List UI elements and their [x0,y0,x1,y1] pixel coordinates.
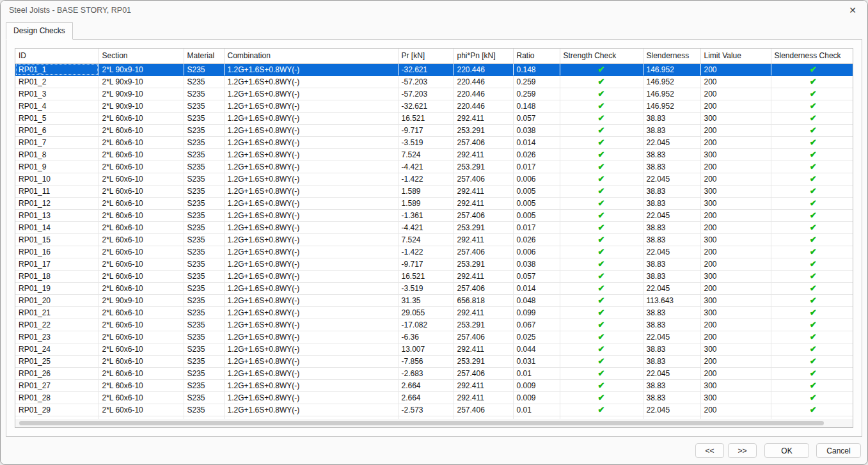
table-row[interactable]: RP01_282*L 60x6-10S2351.2G+1.6S+0.8WY(-)… [15,391,853,404]
tab-design-checks[interactable]: Design Checks [6,22,73,40]
cell-material: S235 [184,136,224,148]
slenderness_check-pass-icon: ✔ [771,173,853,185]
cell-combination: 1.2G+1.6S+0.8WY(-) [224,282,398,294]
cell-combination: 1.2G+1.6S+0.8WY(-) [224,221,398,233]
table-row[interactable]: RP01_222*L 60x6-10S2351.2G+1.6S+0.8WY(-)… [15,319,853,331]
slenderness_check-pass-icon: ✔ [771,404,853,416]
column-header-id[interactable]: ID [15,49,99,63]
cell-section: 2*L 60x6-10 [99,306,184,319]
cell-material: S235 [184,63,224,75]
cell-phipn: 257.406 [454,246,513,258]
table-row[interactable]: RP01_72*L 60x6-10S2351.2G+1.6S+0.8WY(-)-… [15,136,853,148]
table-row[interactable]: RP01_252*L 60x6-10S2351.2G+1.6S+0.8WY(-)… [15,355,853,367]
cell-combination: 1.2G+1.6S+0.8WY(-) [224,319,398,331]
cell-ratio: 0.038 [513,258,560,270]
cell-ratio: 0.014 [513,282,560,294]
cell-slenderness: 38.83 [643,197,700,209]
strength_check-pass-icon: ✔ [560,233,643,246]
cell-slenderness: 38.83 [643,343,700,355]
table-row[interactable]: RP01_292*L 60x6-10S2351.2G+1.6S+0.8WY(-)… [15,404,853,416]
table-row[interactable]: RP01_192*L 60x6-10S2351.2G+1.6S+0.8WY(-)… [15,282,853,294]
column-header-phipn[interactable]: phi*Pn [kN] [454,49,513,63]
cell-limit_value: 300 [700,112,771,124]
table-row[interactable]: RP01_232*L 60x6-10S2351.2G+1.6S+0.8WY(-)… [15,331,853,343]
cell-section: 2*L 60x6-10 [99,367,184,379]
column-header-pr[interactable]: Pr [kN] [398,49,454,63]
table-row[interactable]: RP01_152*L 60x6-10S2351.2G+1.6S+0.8WY(-)… [15,233,853,246]
next-group-button[interactable]: >> [728,443,757,458]
table-row[interactable]: RP01_202*L 90x9-10S2351.2G+1.6S+0.8WY(-)… [15,294,853,306]
strength_check-pass-icon: ✔ [560,136,643,148]
cell-ratio: 0.017 [513,161,560,173]
cell-limit_value: 300 [700,294,771,306]
cell-phipn: 253.291 [454,355,513,367]
horizontal-scrollbar[interactable] [15,419,853,427]
ok-button[interactable]: OK [764,443,809,458]
table-row[interactable]: RP01_112*L 60x6-10S2351.2G+1.6S+0.8WY(-)… [15,185,853,197]
cell-slenderness: 38.83 [643,391,700,404]
cell-combination: 1.2G+1.6S+0.8WY(-) [224,306,398,319]
column-header-ratio[interactable]: Ratio [513,49,560,63]
design-checks-table: IDSectionMaterialCombinationPr [kN]phi*P… [15,49,853,419]
cancel-button[interactable]: Cancel [816,443,861,458]
table-row[interactable]: RP01_122*L 60x6-10S2351.2G+1.6S+0.8WY(-)… [15,197,853,209]
cell-id: RP01_22 [15,319,99,331]
table-row[interactable]: RP01_262*L 60x6-10S2351.2G+1.6S+0.8WY(-)… [15,367,853,379]
table-row[interactable]: RP01_132*L 60x6-10S2351.2G+1.6S+0.8WY(-)… [15,209,853,221]
table-row[interactable]: RP01_242*L 60x6-10S2351.2G+1.6S+0.8WY(-)… [15,343,853,355]
cell-combination: 1.2G+1.6S+0.8WY(-) [224,379,398,391]
cell-phipn: 292.411 [454,197,513,209]
cell-combination: 1.2G+1.6S+0.8WY(-) [224,367,398,379]
column-header-strength_check[interactable]: Strength Check [560,49,643,63]
cell-section: 2*L 60x6-10 [99,161,184,173]
cell-section: 2*L 60x6-10 [99,391,184,404]
slenderness_check-pass-icon: ✔ [771,124,853,136]
cell-slenderness: 146.952 [643,75,700,88]
cell-slenderness: 146.952 [643,100,700,112]
table-row[interactable]: RP01_182*L 60x6-10S2351.2G+1.6S+0.8WY(-)… [15,270,853,282]
column-header-limit_value[interactable]: Limit Value [700,49,771,63]
column-header-slenderness[interactable]: Slenderness [643,49,700,63]
cell-section: 2*L 90x9-10 [99,100,184,112]
slenderness_check-pass-icon: ✔ [771,185,853,197]
table-row[interactable]: RP01_12*L 90x9-10S2351.2G+1.6S+0.8WY(-)-… [15,63,853,75]
cell-slenderness: 38.83 [643,185,700,197]
cell-section: 2*L 60x6-10 [99,112,184,124]
cell-section: 2*L 60x6-10 [99,185,184,197]
column-header-section[interactable]: Section [99,49,184,63]
table-row[interactable]: RP01_52*L 60x6-10S2351.2G+1.6S+0.8WY(-)1… [15,112,853,124]
strength_check-pass-icon: ✔ [560,197,643,209]
table-row[interactable]: RP01_212*L 60x6-10S2351.2G+1.6S+0.8WY(-)… [15,306,853,319]
table-row[interactable]: RP01_272*L 60x6-10S2351.2G+1.6S+0.8WY(-)… [15,379,853,391]
table-row[interactable]: RP01_62*L 60x6-10S2351.2G+1.6S+0.8WY(-)-… [15,124,853,136]
table-row[interactable]: RP01_22*L 90x9-10S2351.2G+1.6S+0.8WY(-)-… [15,75,853,88]
column-header-combination[interactable]: Combination [224,49,398,63]
column-header-material[interactable]: Material [184,49,224,63]
table-row[interactable]: RP01_82*L 60x6-10S2351.2G+1.6S+0.8WY(-)7… [15,148,853,161]
cell-combination: 1.2G+1.6S+0.8WY(-) [224,246,398,258]
cell-id: RP01_10 [15,173,99,185]
cell-slenderness: 38.83 [643,148,700,161]
table-row[interactable]: RP01_162*L 60x6-10S2351.2G+1.6S+0.8WY(-)… [15,246,853,258]
table-row[interactable]: RP01_102*L 60x6-10S2351.2G+1.6S+0.8WY(-)… [15,173,853,185]
previous-group-button[interactable]: << [695,443,724,458]
cell-id: RP01_19 [15,282,99,294]
table-row[interactable]: RP01_172*L 60x6-10S2351.2G+1.6S+0.8WY(-)… [15,258,853,270]
cell-id: RP01_20 [15,294,99,306]
close-button[interactable]: ✕ [838,1,867,20]
cell-section: 2*L 90x9-10 [99,63,184,75]
horizontal-scrollbar-thumb[interactable] [19,421,824,425]
column-header-slenderness_check[interactable]: Slenderness Check [771,49,853,63]
cell-slenderness: 38.83 [643,319,700,331]
cell-pr: 16.521 [398,112,454,124]
strength_check-pass-icon: ✔ [560,319,643,331]
table-row[interactable]: RP01_92*L 60x6-10S2351.2G+1.6S+0.8WY(-)-… [15,161,853,173]
slenderness_check-pass-icon: ✔ [771,367,853,379]
table-row[interactable]: RP01_142*L 60x6-10S2351.2G+1.6S+0.8WY(-)… [15,221,853,233]
cell-pr: -9.717 [398,124,454,136]
tab-label: Design Checks [13,26,65,35]
table-row[interactable]: RP01_42*L 90x9-10S2351.2G+1.6S+0.8WY(-)-… [15,100,853,112]
cell-ratio: 0.048 [513,294,560,306]
strength_check-pass-icon: ✔ [560,306,643,319]
table-row[interactable]: RP01_32*L 90x9-10S2351.2G+1.6S+0.8WY(-)-… [15,88,853,100]
